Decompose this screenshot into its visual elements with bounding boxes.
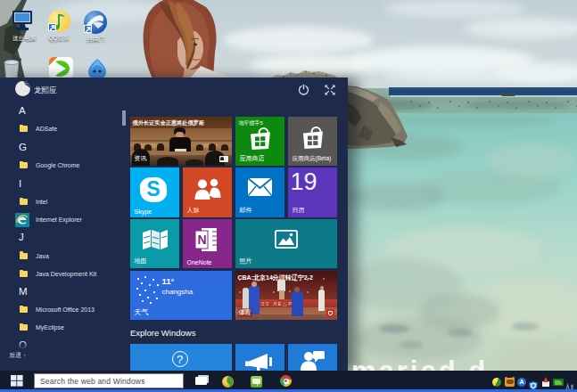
svg-text:N: N [197, 233, 206, 247]
